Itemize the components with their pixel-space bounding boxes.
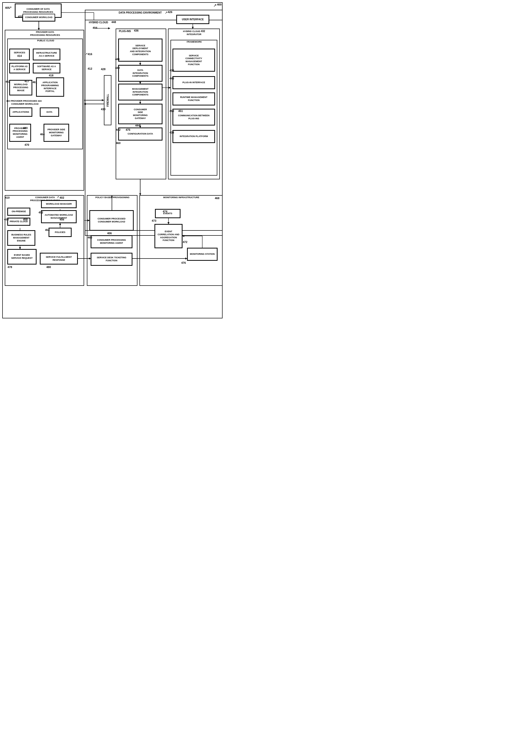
- svg-marker-72: [59, 223, 61, 225]
- ref-405-hook: ↗: [9, 6, 12, 10]
- cpma-box: CONSUMER PROCESSING MONITORING AGENT: [91, 235, 132, 248]
- ref-450: 450: [169, 109, 174, 113]
- ref-472: 472: [183, 240, 187, 243]
- ref-454: 454: [45, 229, 50, 231]
- ref-438: 438: [169, 69, 174, 72]
- saas-box: SOFTWARE AS A SERVICE: [33, 63, 60, 73]
- ref-406: 406: [107, 232, 112, 235]
- label-pp: 422 PROVIDER PROCESSED 424 CONSUMER WORK…: [6, 100, 83, 105]
- firewall-box: FIREWALL: [104, 75, 112, 125]
- csmg-box: CONSUMERSIDEMONITORINGGATEWAY: [118, 104, 162, 124]
- ref-434: 434: [169, 131, 174, 134]
- psmg-box: PROVIDER SIDE MONITORING GATEWAY: [44, 124, 69, 142]
- ref-414: 414: [17, 54, 22, 58]
- iaas-box: INFRASTRUCTURE AS A SERVICE: [33, 49, 60, 60]
- ref-430: 430: [101, 108, 105, 111]
- svg-marker-81: [182, 235, 184, 237]
- label-pbp: POLICY BASED PROVISIONING: [88, 196, 137, 199]
- svg-marker-49: [38, 28, 40, 30]
- events-box: EVENTS: [155, 209, 180, 218]
- svg-marker-51: [102, 99, 104, 101]
- ref-417: 417: [25, 80, 29, 83]
- data-box: DATA: [40, 108, 59, 117]
- label-monitoring: MONITORING INFRASTRUCTURE: [140, 196, 222, 199]
- svg-marker-57: [139, 82, 141, 84]
- awm-box: AUTOMATED WORKLOAD MANAGEMENT: [41, 210, 76, 223]
- ref-412: 412: [88, 67, 92, 70]
- ref-402: 402: [60, 196, 64, 199]
- services-box: SERVICES 414: [10, 49, 30, 60]
- svg-marker-70: [19, 247, 21, 249]
- label-provider-data: PROVIDER DATAPROCESSING RESOURCES: [6, 31, 84, 37]
- ref-436: 436: [134, 29, 139, 32]
- ref-428: 428: [101, 68, 105, 71]
- plugin-iface-box: PLUG-IN INTERFACE: [173, 76, 215, 89]
- ref-416: 416: [88, 53, 92, 56]
- mic-box: MANAGEMENTINTEGRATIONCOMPONENTS: [118, 84, 162, 100]
- svg-marker-78: [167, 222, 169, 224]
- sdic-box: SERVICEDEPLOYMENTAND INTEGRATIONCOMPONEN…: [118, 39, 162, 61]
- svg-marker-63: [169, 87, 171, 89]
- ref-470: 470: [25, 143, 29, 146]
- svg-marker-59: [139, 102, 141, 104]
- applications-box: APPLICATIONS: [10, 108, 32, 117]
- ref-441: 441: [115, 58, 120, 61]
- ref-456: 456: [60, 218, 64, 221]
- config-data-box: CONFIGURATION DATA: [118, 128, 162, 140]
- ref-420: 420: [23, 126, 28, 129]
- policies-box: POLICIES: [49, 228, 71, 237]
- ref-473: 473: [152, 219, 156, 222]
- ref-410: 410: [5, 196, 10, 199]
- ref-408: 408: [4, 218, 9, 221]
- svg-marker-74: [89, 257, 91, 259]
- svg-marker-55: [139, 63, 141, 65]
- brme-box: BUSINESS RULES MANAGEMENT ENGINE: [8, 230, 35, 246]
- ref-478: 478: [8, 265, 12, 269]
- ref-400-arrow: ↗: [213, 3, 216, 8]
- sfr-box: SERVICE FULFILLMENT RESPONSE: [40, 253, 78, 264]
- ref-400: 400: [217, 3, 221, 6]
- label-framework: FRAMEWORK: [171, 40, 217, 43]
- label-hci: HYBRID CLOUD 432INTEGRATOR: [169, 30, 219, 36]
- svg-marker-85: [108, 27, 110, 29]
- ref-464: 464: [40, 133, 44, 136]
- ref-452: 452: [38, 211, 43, 214]
- label-plugins: PLUG-INS: [119, 30, 131, 33]
- svg-marker-65: [139, 193, 141, 195]
- ref-442: 442: [116, 128, 120, 131]
- cpcw-box: CONSUMER PROCESSED CONSUMER WORKLOAD: [89, 210, 134, 230]
- svg-marker-53: [84, 103, 86, 105]
- label-public-cloud: PUBLIC CLOUD: [9, 39, 83, 42]
- ref-418: 418: [49, 74, 53, 77]
- user-interface-box: USER INTERFACE: [176, 15, 209, 24]
- ecaf-box: EVENT CORRELATION AND AGGREGATION FUNCTI…: [155, 224, 182, 248]
- api-portal-box: APPLICATIONPROGRAMMINGINTERFACEPORTAL: [36, 78, 64, 96]
- ref-451: 451: [178, 109, 183, 113]
- scmf-box: SERVICECONNECTIVITYMANAGEMENTFUNCTION: [173, 49, 215, 71]
- ref-444: 444: [135, 124, 140, 127]
- ref-458: 458: [23, 218, 28, 221]
- dic-box: DATAINTEGRATIONCOMPONENTS: [118, 65, 162, 81]
- ref-475: 475: [126, 128, 130, 131]
- ms-box: MONITORING STATION: [187, 248, 217, 260]
- ref-461: 461: [33, 81, 37, 84]
- ref-468: 468: [215, 197, 219, 200]
- svg-marker-87: [192, 27, 194, 29]
- ref-476: 476: [181, 261, 186, 264]
- ref-462: 462: [6, 80, 10, 83]
- ref-426: 426: [168, 11, 172, 14]
- ref-421-hook: ↗: [21, 14, 23, 18]
- ref-480: 480: [46, 265, 51, 269]
- wm-box: WORKLOAD MANAGER: [41, 201, 76, 208]
- ref-466: 466: [88, 236, 92, 239]
- ip-box: INTEGRATION PLATFORM: [173, 130, 215, 143]
- svg-marker-83: [88, 219, 89, 222]
- svg-marker-76: [185, 257, 187, 259]
- consumer-workload-box: CONSUMER WORKLOAD: [22, 14, 55, 21]
- rmf-box: RUNTIME MANAGEMENT FUNCTION: [173, 93, 215, 105]
- sdtf-box: SERVICE DESK TICKETING FUNCTION: [91, 253, 132, 265]
- ref-404: 404: [93, 26, 97, 29]
- label-hybrid-cloud: HYBRID CLOUD: [89, 21, 108, 24]
- on-premise-box: ON-PREMISE: [8, 208, 30, 215]
- ref-448: 448: [112, 20, 116, 24]
